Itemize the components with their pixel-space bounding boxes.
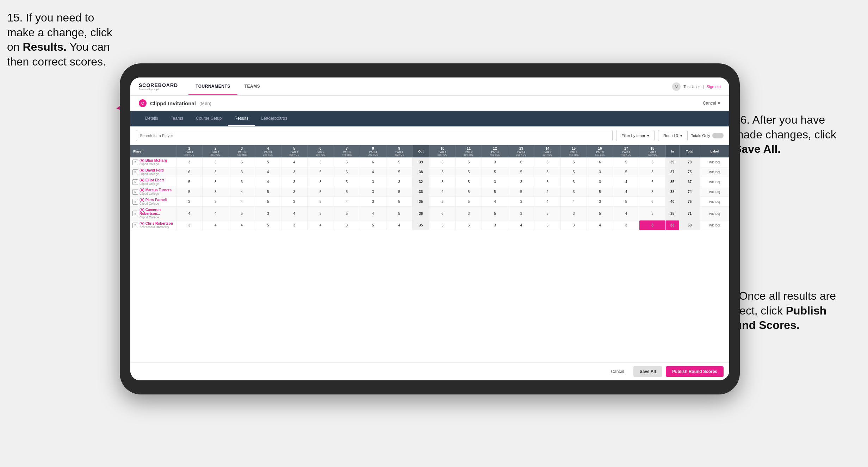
score-out-h6-p5[interactable]: 3 bbox=[308, 207, 334, 220]
score-out-h5-p3[interactable]: 3 bbox=[281, 187, 308, 197]
player-cell-1[interactable]: S (A) David Ford Clippd College bbox=[130, 167, 176, 177]
score-in-h13-p4[interactable]: 3 bbox=[508, 197, 534, 207]
score-out-h5-p6[interactable]: 3 bbox=[281, 220, 308, 230]
score-out-h8-p0[interactable]: 6 bbox=[360, 157, 386, 167]
score-in-h12-p3[interactable]: 5 bbox=[482, 187, 508, 197]
score-out-h4-p1[interactable]: 4 bbox=[255, 167, 281, 177]
score-in-h14-p1[interactable]: 3 bbox=[534, 167, 561, 177]
score-out-h1-p4[interactable]: 3 bbox=[176, 197, 203, 207]
score-out-h2-p6[interactable]: 4 bbox=[203, 220, 229, 230]
score-in-h12-p6[interactable]: 3 bbox=[482, 220, 508, 230]
score-out-h1-p3[interactable]: 5 bbox=[176, 187, 203, 197]
score-in-h14-p0[interactable]: 3 bbox=[534, 157, 561, 167]
dq-label[interactable]: DQ bbox=[715, 224, 720, 227]
player-cell-2[interactable]: S (A) Elliot Ebert Clippd College bbox=[130, 177, 176, 187]
toggle-switch[interactable] bbox=[712, 133, 724, 138]
sub-nav-results[interactable]: Results bbox=[228, 112, 255, 126]
score-out-h9-p1[interactable]: 5 bbox=[386, 167, 413, 177]
score-out-h2-p0[interactable]: 3 bbox=[203, 157, 229, 167]
sub-nav-course-setup[interactable]: Course Setup bbox=[190, 112, 228, 126]
score-out-h3-p2[interactable]: 3 bbox=[229, 177, 255, 187]
player-name[interactable]: (A) David Ford bbox=[140, 168, 164, 172]
sub-nav-teams[interactable]: Teams bbox=[165, 112, 190, 126]
tournament-cancel[interactable]: Cancel ✕ bbox=[703, 101, 721, 106]
score-in-h14-p2[interactable]: 5 bbox=[534, 177, 561, 187]
nav-item-tournaments[interactable]: TOURNAMENTS bbox=[188, 78, 237, 95]
score-in-h13-p6[interactable]: 4 bbox=[508, 220, 534, 230]
sub-nav-leaderboards[interactable]: Leaderboards bbox=[255, 112, 293, 126]
score-out-h7-p2[interactable]: 5 bbox=[334, 177, 360, 187]
dq-label[interactable]: DQ bbox=[715, 200, 720, 204]
score-in-h14-p4[interactable]: 4 bbox=[534, 197, 561, 207]
score-in-h10-p1[interactable]: 3 bbox=[429, 167, 456, 177]
player-cell-5[interactable]: S (A) Cameron Robertson... Clippd Colleg… bbox=[130, 207, 176, 220]
nav-item-teams[interactable]: TEAMS bbox=[237, 78, 267, 95]
score-in-h10-p0[interactable]: 3 bbox=[429, 157, 456, 167]
score-in-h17-p0[interactable]: 5 bbox=[613, 157, 639, 167]
score-out-h7-p6[interactable]: 3 bbox=[334, 220, 360, 230]
score-out-h5-p2[interactable]: 3 bbox=[281, 177, 308, 187]
score-out-h8-p5[interactable]: 4 bbox=[360, 207, 386, 220]
score-out-h5-p0[interactable]: 4 bbox=[281, 157, 308, 167]
score-in-h10-p6[interactable]: 3 bbox=[429, 220, 456, 230]
search-input[interactable] bbox=[136, 130, 613, 141]
score-out-h4-p3[interactable]: 5 bbox=[255, 187, 281, 197]
player-name[interactable]: (A) Cameron Robertson... bbox=[140, 208, 175, 216]
player-cell-4[interactable]: S (A) Piers Parnell Clippd College bbox=[130, 197, 176, 207]
player-name[interactable]: (A) Blair McHarg bbox=[140, 158, 167, 162]
score-in-h15-p2[interactable]: 3 bbox=[560, 177, 587, 187]
score-out-h3-p0[interactable]: 5 bbox=[229, 157, 255, 167]
score-out-h7-p1[interactable]: 6 bbox=[334, 167, 360, 177]
save-all-button[interactable]: Save All bbox=[633, 366, 662, 377]
score-out-h8-p4[interactable]: 3 bbox=[360, 197, 386, 207]
score-in-h11-p6[interactable]: 5 bbox=[455, 220, 482, 230]
dq-label[interactable]: DQ bbox=[715, 212, 720, 216]
dq-label[interactable]: DQ bbox=[715, 190, 720, 194]
score-out-h9-p4[interactable]: 5 bbox=[386, 197, 413, 207]
score-in-h16-p1[interactable]: 3 bbox=[587, 167, 613, 177]
score-in-h15-p6[interactable]: 3 bbox=[560, 220, 587, 230]
score-in-h18-p5[interactable]: 3 bbox=[639, 207, 666, 220]
round-selector-button[interactable]: Round 3 ▾ bbox=[658, 130, 688, 141]
score-in-h14-p5[interactable]: 3 bbox=[534, 207, 561, 220]
score-in-h11-p1[interactable]: 5 bbox=[455, 167, 482, 177]
score-out-h5-p4[interactable]: 3 bbox=[281, 197, 308, 207]
score-in-h15-p5[interactable]: 3 bbox=[560, 207, 587, 220]
score-out-h3-p5[interactable]: 5 bbox=[229, 207, 255, 220]
score-out-h3-p1[interactable]: 3 bbox=[229, 167, 255, 177]
wd-label[interactable]: WD bbox=[709, 224, 714, 227]
score-out-h6-p2[interactable]: 3 bbox=[308, 177, 334, 187]
score-out-h6-p0[interactable]: 3 bbox=[308, 157, 334, 167]
score-in-h10-p3[interactable]: 4 bbox=[429, 187, 456, 197]
sign-out-link[interactable]: Sign out bbox=[707, 85, 721, 89]
player-cell-0[interactable]: S (A) Blair McHarg Clippd College bbox=[130, 157, 176, 167]
score-out-h3-p6[interactable]: 4 bbox=[229, 220, 255, 230]
score-out-h5-p5[interactable]: 4 bbox=[281, 207, 308, 220]
score-in-h15-p4[interactable]: 4 bbox=[560, 197, 587, 207]
score-in-h16-p4[interactable]: 3 bbox=[587, 197, 613, 207]
score-in-h13-p5[interactable]: 3 bbox=[508, 207, 534, 220]
score-out-h9-p6[interactable]: 4 bbox=[386, 220, 413, 230]
score-out-h2-p5[interactable]: 4 bbox=[203, 207, 229, 220]
score-in-h17-p5[interactable]: 4 bbox=[613, 207, 639, 220]
score-out-h9-p0[interactable]: 5 bbox=[386, 157, 413, 167]
player-name[interactable]: (A) Elliot Ebert bbox=[140, 178, 164, 182]
score-in-h17-p3[interactable]: 4 bbox=[613, 187, 639, 197]
score-out-h9-p3[interactable]: 5 bbox=[386, 187, 413, 197]
wd-label[interactable]: WD bbox=[709, 170, 714, 174]
score-in-h12-p5[interactable]: 5 bbox=[482, 207, 508, 220]
score-in-h18-p4[interactable]: 6 bbox=[639, 197, 666, 207]
score-out-h4-p0[interactable]: 5 bbox=[255, 157, 281, 167]
score-out-h4-p6[interactable]: 5 bbox=[255, 220, 281, 230]
score-out-h6-p6[interactable]: 4 bbox=[308, 220, 334, 230]
score-out-h1-p1[interactable]: 6 bbox=[176, 167, 203, 177]
score-in-h16-p3[interactable]: 5 bbox=[587, 187, 613, 197]
wd-label[interactable]: WD bbox=[709, 190, 714, 194]
score-in-h17-p6[interactable]: 3 bbox=[613, 220, 639, 230]
score-out-h7-p0[interactable]: 5 bbox=[334, 157, 360, 167]
score-in-h16-p0[interactable]: 6 bbox=[587, 157, 613, 167]
score-in-h13-p1[interactable]: 5 bbox=[508, 167, 534, 177]
score-out-h8-p2[interactable]: 3 bbox=[360, 177, 386, 187]
score-in-h17-p1[interactable]: 5 bbox=[613, 167, 639, 177]
player-name[interactable]: (A) Marcus Turners bbox=[140, 188, 172, 192]
